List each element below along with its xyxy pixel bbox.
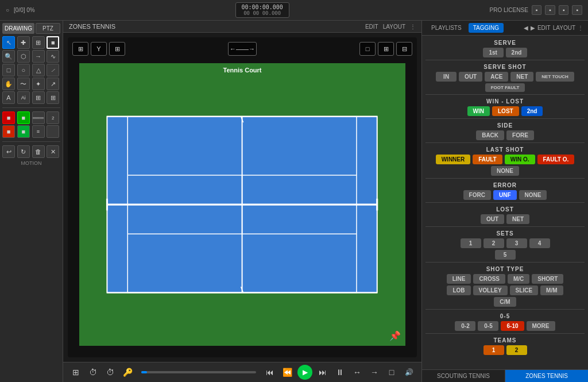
pause-btn[interactable]: ⏸ xyxy=(333,365,347,379)
set-2-btn[interactable]: 2 xyxy=(483,238,504,248)
mm-btn[interactable]: M/M xyxy=(540,285,563,295)
fullscreen-btn[interactable]: □ xyxy=(385,365,399,379)
tagging-tab[interactable]: TAGGING xyxy=(469,23,504,33)
key-btn[interactable]: 🔑 xyxy=(121,365,134,379)
scouting-tab[interactable]: SCOUTING TENNIS xyxy=(422,370,505,382)
team-1-btn[interactable]: 1 xyxy=(483,345,504,355)
vol-btn[interactable]: 🔊 xyxy=(402,365,416,379)
lost-btn[interactable]: LOST xyxy=(492,106,519,116)
serve-out-btn[interactable]: OUT xyxy=(459,72,482,82)
team-2-btn[interactable]: 2 xyxy=(506,345,527,355)
tool-share[interactable]: ↗ xyxy=(47,78,59,90)
tool-rect[interactable]: ■ xyxy=(47,36,59,49)
tool-text[interactable]: A xyxy=(2,91,15,104)
forc-btn[interactable]: FORC xyxy=(463,190,491,200)
layout-rph-btn[interactable]: LAYOUT xyxy=(553,25,575,31)
lob-btn[interactable]: LOB xyxy=(447,285,470,295)
layout-button[interactable]: LAYOUT xyxy=(383,24,405,30)
tool-lines-w[interactable] xyxy=(47,125,59,138)
mc-btn[interactable]: M/C xyxy=(508,274,529,284)
tool-layer[interactable]: ⊞ xyxy=(47,91,59,104)
serve-ace-btn[interactable]: ACE xyxy=(485,72,508,82)
win-btn[interactable]: WIN xyxy=(467,106,490,116)
short-btn[interactable]: SHORT xyxy=(532,274,563,284)
tool-color-green2[interactable]: ■ xyxy=(17,125,30,138)
zones-tennis-tab[interactable]: ZONES TENNIS xyxy=(505,370,588,382)
serve-net-btn[interactable]: NET xyxy=(510,72,533,82)
vtb-arrow-btn[interactable]: ←——→ xyxy=(228,42,257,56)
tool-select[interactable]: ↖ xyxy=(2,36,15,49)
drawing-tab[interactable]: DRAWING xyxy=(2,23,34,34)
tool-color-red2[interactable]: ■ xyxy=(2,125,15,138)
skip-back-btn[interactable]: ⏮ xyxy=(263,365,277,379)
screenshot-btn[interactable]: ⊞ xyxy=(69,365,83,379)
tool-stroke[interactable]: ═══ xyxy=(32,111,45,124)
set-4-btn[interactable]: 4 xyxy=(529,238,550,248)
rewind-btn[interactable]: ⏪ xyxy=(280,365,294,379)
tool-square[interactable]: □ xyxy=(2,64,15,76)
set-1-btn[interactable]: 1 xyxy=(461,238,481,248)
fault-o-btn[interactable]: FAULT O. xyxy=(537,155,575,164)
set-5-btn[interactable]: 5 xyxy=(495,250,516,260)
tool-ai[interactable]: Ai xyxy=(17,91,30,104)
vtb-grid-btn[interactable]: ⊞ xyxy=(72,42,88,56)
lost-out-btn[interactable]: OUT xyxy=(481,214,504,224)
tool-arrow[interactable]: → xyxy=(32,50,45,63)
cross-btn[interactable]: CROSS xyxy=(473,274,505,284)
tool-hand[interactable]: ✋ xyxy=(2,78,15,90)
cm-btn[interactable]: C/M xyxy=(494,297,516,307)
window-btn-1[interactable]: ▪ xyxy=(532,5,542,15)
volley-btn[interactable]: VOLLEY xyxy=(473,285,508,295)
tool-delete[interactable]: 🗑 xyxy=(32,145,45,158)
window-btn-3[interactable]: ▪ xyxy=(559,5,569,15)
tool-color-green[interactable]: ■ xyxy=(17,111,30,124)
fore-btn[interactable]: FORE xyxy=(506,130,534,140)
win-o-btn[interactable]: WIN O. xyxy=(505,155,535,164)
range-0-5-btn[interactable]: 0-5 xyxy=(478,321,498,331)
slice-btn[interactable]: SLICE xyxy=(510,285,538,295)
more-rph-btn[interactable]: ⋮ xyxy=(578,25,583,31)
edit-rph-btn[interactable]: EDIT xyxy=(537,25,551,31)
timer2-btn[interactable]: ⏱ xyxy=(103,365,117,379)
unf-btn[interactable]: UNF xyxy=(493,190,517,200)
last-shot-none-btn[interactable]: NONE xyxy=(491,166,519,176)
serve-1st-btn[interactable]: 1st xyxy=(483,48,504,57)
tool-wave[interactable]: ∿ xyxy=(47,50,59,63)
ptz-tab[interactable]: PTZ xyxy=(36,23,60,34)
skip-fwd-btn[interactable]: ⏭ xyxy=(316,365,330,379)
vtb-rect1-btn[interactable]: □ xyxy=(359,42,376,56)
vtb-rect2-btn[interactable]: ⊞ xyxy=(378,42,394,56)
play-btn[interactable]: ▶ xyxy=(297,365,312,380)
next-rph-btn[interactable]: ▶ xyxy=(531,25,535,31)
window-btn-4[interactable]: ▪ xyxy=(572,5,582,15)
set-3-btn[interactable]: 3 xyxy=(506,238,527,248)
2nd-btn[interactable]: 2nd xyxy=(521,106,543,116)
next-btn[interactable]: → xyxy=(368,365,381,379)
edit-button[interactable]: EDIT xyxy=(365,24,378,30)
back-btn[interactable]: BACK xyxy=(476,130,504,140)
menu-button[interactable]: ⋮ xyxy=(410,24,416,30)
tool-triangle[interactable]: △ xyxy=(32,64,45,76)
tool-move[interactable]: ✚ xyxy=(17,36,30,49)
range-6-10-btn[interactable]: 6-10 xyxy=(501,321,524,331)
prev-btn[interactable]: ◀ xyxy=(524,25,528,31)
error-none-btn[interactable]: NONE xyxy=(519,190,547,200)
playlists-tab[interactable]: PLAYLISTS xyxy=(427,23,466,33)
tool-lines[interactable]: ≡ xyxy=(32,125,45,138)
tool-zoom[interactable]: ⊞ xyxy=(32,36,45,49)
tool-star[interactable]: ✦ xyxy=(32,78,45,90)
winner-btn[interactable]: WINNER xyxy=(436,155,471,164)
tool-color-red[interactable]: ■ xyxy=(2,111,15,124)
lost-net-btn[interactable]: NET xyxy=(506,214,529,224)
tool-undo[interactable]: ↩ xyxy=(2,145,15,158)
vtb-y-btn[interactable]: Y xyxy=(91,42,107,56)
line-btn[interactable]: LINE xyxy=(447,274,471,284)
tool-circle[interactable]: ○ xyxy=(17,64,30,76)
fault-btn[interactable]: FAULT xyxy=(473,155,502,164)
tool-clear[interactable]: ✕ xyxy=(47,145,59,158)
tool-redo[interactable]: ↻ xyxy=(17,145,30,158)
range-0-2-btn[interactable]: 0-2 xyxy=(455,321,475,331)
tool-angle[interactable]: ⟋ xyxy=(47,64,59,76)
expand-btn[interactable]: ↔ xyxy=(350,365,364,379)
timer-btn[interactable]: ⏱ xyxy=(86,365,100,379)
